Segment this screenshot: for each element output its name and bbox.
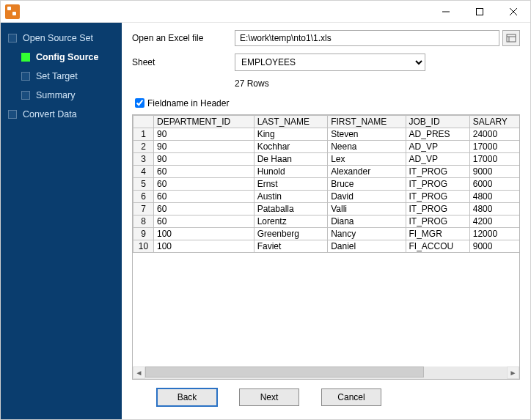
cell[interactable]: 100 (153, 240, 254, 253)
back-button[interactable]: Back (157, 388, 217, 406)
row-number[interactable]: 5 (133, 178, 154, 191)
maximize-button[interactable] (463, 1, 497, 23)
minimize-button[interactable] (429, 1, 463, 23)
column-header[interactable]: DEPARTMENT_ID (153, 116, 254, 128)
cell[interactable]: Faviet (254, 240, 328, 253)
cell[interactable]: Valli (328, 203, 406, 215)
cell[interactable]: 24000 (469, 128, 519, 141)
table-row[interactable]: 560ErnstBruceIT_PROG6000BERNST103 (133, 178, 520, 191)
cell[interactable]: Pataballa (254, 203, 328, 215)
horizontal-scrollbar[interactable]: ◄ ► (133, 366, 519, 379)
cell[interactable]: 60 (153, 178, 254, 191)
file-path-input[interactable] (235, 30, 499, 46)
table-row[interactable]: 760PataballaValliIT_PROG4800VPATAB103 (133, 203, 520, 215)
cell[interactable]: FI_MGR (406, 228, 469, 240)
cell[interactable]: 100 (153, 228, 254, 240)
cell[interactable]: 12000 (469, 228, 519, 240)
browse-button[interactable] (502, 30, 520, 46)
next-button[interactable]: Next (239, 388, 299, 406)
cancel-button[interactable]: Cancel (321, 388, 381, 406)
scroll-thumb[interactable] (145, 366, 424, 377)
content-pane: Open an Excel file Sheet EMPLOYEES 27 Ro… (122, 23, 530, 419)
cell[interactable]: Kochhar (254, 141, 328, 153)
fieldname-header-label[interactable]: Fieldname in Header (147, 98, 229, 108)
cell[interactable]: AD_VP (406, 153, 469, 166)
wizard-step-open-source-set[interactable]: Open Source Set (1, 29, 122, 48)
cell[interactable]: Diana (328, 215, 406, 228)
row-number[interactable]: 4 (133, 166, 154, 178)
cell[interactable]: Nancy (328, 228, 406, 240)
cell[interactable]: Bruce (328, 178, 406, 191)
cell[interactable]: 90 (153, 128, 254, 141)
row-number[interactable]: 8 (133, 215, 154, 228)
cell[interactable]: IT_PROG (406, 215, 469, 228)
cell[interactable]: Neena (328, 141, 406, 153)
grid-body[interactable]: DEPARTMENT_IDLAST_NAMEFIRST_NAMEJOB_IDSA… (133, 115, 519, 366)
column-header[interactable]: LAST_NAME (254, 116, 328, 128)
cell[interactable]: King (254, 128, 328, 141)
cell[interactable]: Hunold (254, 166, 328, 178)
cell[interactable]: Lex (328, 153, 406, 166)
cell[interactable]: 90 (153, 153, 254, 166)
cell[interactable]: IT_PROG (406, 178, 469, 191)
cell[interactable]: Daniel (328, 240, 406, 253)
table-row[interactable]: 860LorentzDianaIT_PROG4200DLOREN103 (133, 215, 520, 228)
cell[interactable]: David (328, 191, 406, 203)
sheet-select[interactable]: EMPLOYEES (235, 54, 425, 71)
close-icon (510, 8, 517, 15)
cell[interactable]: 9000 (469, 166, 519, 178)
cell[interactable]: 60 (153, 215, 254, 228)
cell[interactable]: IT_PROG (406, 191, 469, 203)
row-number[interactable]: 10 (133, 240, 154, 253)
cell[interactable]: Ernst (254, 178, 328, 191)
table-row[interactable]: 390De HaanLexAD_VP17000LDEHAA100 (133, 153, 520, 166)
row-number[interactable]: 2 (133, 141, 154, 153)
row-number[interactable]: 9 (133, 228, 154, 240)
cell[interactable]: 60 (153, 203, 254, 215)
table-row[interactable]: 9100GreenbergNancyFI_MGR12000NGREEN101 (133, 228, 520, 240)
table-row[interactable]: 290KochharNeenaAD_VP17000NKOCHH100 (133, 141, 520, 153)
row-number[interactable]: 3 (133, 153, 154, 166)
cell[interactable]: 60 (153, 166, 254, 178)
scroll-track[interactable] (145, 366, 507, 379)
cell[interactable]: AD_PRES (406, 128, 469, 141)
cell[interactable]: 4800 (469, 191, 519, 203)
cell[interactable]: AD_VP (406, 141, 469, 153)
close-button[interactable] (497, 1, 530, 23)
row-number[interactable]: 7 (133, 203, 154, 215)
cell[interactable]: 4800 (469, 203, 519, 215)
scroll-right-arrow[interactable]: ► (507, 366, 519, 379)
cell[interactable]: FI_ACCOU (406, 240, 469, 253)
table-row[interactable]: 10100FavietDanielFI_ACCOU9000DFAVIET108 (133, 240, 520, 253)
cell[interactable]: Alexander (328, 166, 406, 178)
cell[interactable]: 4200 (469, 215, 519, 228)
cell[interactable]: 90 (153, 141, 254, 153)
cell[interactable]: IT_PROG (406, 203, 469, 215)
table-row[interactable]: 190KingStevenAD_PRES24000SKING (133, 128, 520, 141)
column-header[interactable]: SALARY (469, 116, 519, 128)
rows-count-label: 27 Rows (235, 78, 520, 89)
cell[interactable]: Austin (254, 191, 328, 203)
row-number[interactable]: 1 (133, 128, 154, 141)
column-header[interactable]: JOB_ID (406, 116, 469, 128)
scroll-left-arrow[interactable]: ◄ (133, 366, 145, 379)
table-row[interactable]: 460HunoldAlexanderIT_PROG9000AHUNOL102 (133, 166, 520, 178)
wizard-step-convert-data[interactable]: Convert Data (1, 105, 122, 124)
cell[interactable]: Greenberg (254, 228, 328, 240)
row-number[interactable]: 6 (133, 191, 154, 203)
table-row[interactable]: 660AustinDavidIT_PROG4800DAUSTIN103 (133, 191, 520, 203)
cell[interactable]: IT_PROG (406, 166, 469, 178)
cell[interactable]: 17000 (469, 141, 519, 153)
cell[interactable]: 60 (153, 191, 254, 203)
wizard-step-summary[interactable]: Summary (1, 86, 122, 105)
cell[interactable]: 9000 (469, 240, 519, 253)
fieldname-header-checkbox[interactable] (135, 98, 144, 108)
wizard-step-set-target[interactable]: Set Target (1, 67, 122, 86)
cell[interactable]: De Haan (254, 153, 328, 166)
cell[interactable]: 17000 (469, 153, 519, 166)
cell[interactable]: 6000 (469, 178, 519, 191)
column-header[interactable]: FIRST_NAME (328, 116, 406, 128)
cell[interactable]: Lorentz (254, 215, 328, 228)
wizard-step-config-source[interactable]: Config Source (1, 48, 122, 67)
cell[interactable]: Steven (328, 128, 406, 141)
